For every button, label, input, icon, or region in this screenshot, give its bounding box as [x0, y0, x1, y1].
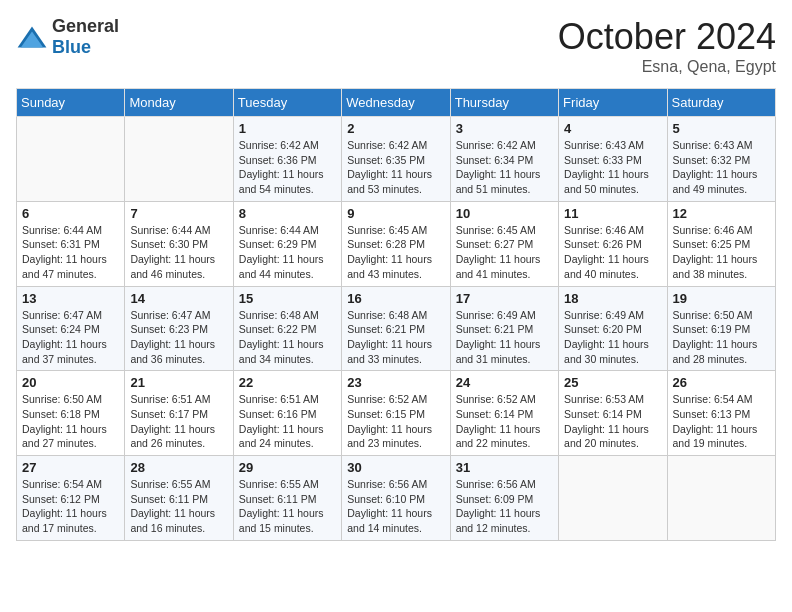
table-row: 23Sunrise: 6:52 AMSunset: 6:15 PMDayligh… — [342, 371, 450, 456]
day-number: 1 — [239, 121, 336, 136]
table-row: 19Sunrise: 6:50 AMSunset: 6:19 PMDayligh… — [667, 286, 775, 371]
day-info: Sunrise: 6:42 AMSunset: 6:36 PMDaylight:… — [239, 138, 336, 197]
sunrise-text: Sunrise: 6:47 AM — [130, 309, 210, 321]
table-row: 17Sunrise: 6:49 AMSunset: 6:21 PMDayligh… — [450, 286, 558, 371]
sunrise-text: Sunrise: 6:44 AM — [22, 224, 102, 236]
calendar-week-1: 1Sunrise: 6:42 AMSunset: 6:36 PMDaylight… — [17, 117, 776, 202]
table-row: 16Sunrise: 6:48 AMSunset: 6:21 PMDayligh… — [342, 286, 450, 371]
daylight-text: Daylight: 11 hours and 26 minutes. — [130, 423, 215, 450]
table-row — [559, 456, 667, 541]
sunset-text: Sunset: 6:34 PM — [456, 154, 534, 166]
sunrise-text: Sunrise: 6:46 AM — [564, 224, 644, 236]
day-info: Sunrise: 6:42 AMSunset: 6:35 PMDaylight:… — [347, 138, 444, 197]
day-info: Sunrise: 6:51 AMSunset: 6:16 PMDaylight:… — [239, 392, 336, 451]
calendar-week-3: 13Sunrise: 6:47 AMSunset: 6:24 PMDayligh… — [17, 286, 776, 371]
day-info: Sunrise: 6:45 AMSunset: 6:27 PMDaylight:… — [456, 223, 553, 282]
sunrise-text: Sunrise: 6:42 AM — [456, 139, 536, 151]
sunset-text: Sunset: 6:14 PM — [564, 408, 642, 420]
sunrise-text: Sunrise: 6:44 AM — [239, 224, 319, 236]
table-row — [17, 117, 125, 202]
col-saturday: Saturday — [667, 89, 775, 117]
sunrise-text: Sunrise: 6:47 AM — [22, 309, 102, 321]
day-info: Sunrise: 6:52 AMSunset: 6:14 PMDaylight:… — [456, 392, 553, 451]
sunset-text: Sunset: 6:19 PM — [673, 323, 751, 335]
table-row: 8Sunrise: 6:44 AMSunset: 6:29 PMDaylight… — [233, 201, 341, 286]
sunset-text: Sunset: 6:21 PM — [456, 323, 534, 335]
day-number: 20 — [22, 375, 119, 390]
sunset-text: Sunset: 6:16 PM — [239, 408, 317, 420]
sunset-text: Sunset: 6:11 PM — [130, 493, 208, 505]
day-info: Sunrise: 6:54 AMSunset: 6:13 PMDaylight:… — [673, 392, 770, 451]
table-row: 1Sunrise: 6:42 AMSunset: 6:36 PMDaylight… — [233, 117, 341, 202]
sunset-text: Sunset: 6:10 PM — [347, 493, 425, 505]
day-info: Sunrise: 6:52 AMSunset: 6:15 PMDaylight:… — [347, 392, 444, 451]
sunrise-text: Sunrise: 6:52 AM — [456, 393, 536, 405]
calendar-week-2: 6Sunrise: 6:44 AMSunset: 6:31 PMDaylight… — [17, 201, 776, 286]
day-number: 15 — [239, 291, 336, 306]
daylight-text: Daylight: 11 hours and 28 minutes. — [673, 338, 758, 365]
sunset-text: Sunset: 6:30 PM — [130, 238, 208, 250]
table-row: 4Sunrise: 6:43 AMSunset: 6:33 PMDaylight… — [559, 117, 667, 202]
daylight-text: Daylight: 11 hours and 14 minutes. — [347, 507, 432, 534]
daylight-text: Daylight: 11 hours and 23 minutes. — [347, 423, 432, 450]
day-number: 23 — [347, 375, 444, 390]
day-info: Sunrise: 6:55 AMSunset: 6:11 PMDaylight:… — [239, 477, 336, 536]
logo-icon — [16, 25, 48, 49]
col-thursday: Thursday — [450, 89, 558, 117]
table-row — [125, 117, 233, 202]
sunset-text: Sunset: 6:33 PM — [564, 154, 642, 166]
calendar-header-row: Sunday Monday Tuesday Wednesday Thursday… — [17, 89, 776, 117]
daylight-text: Daylight: 11 hours and 19 minutes. — [673, 423, 758, 450]
sunset-text: Sunset: 6:15 PM — [347, 408, 425, 420]
day-number: 21 — [130, 375, 227, 390]
sunrise-text: Sunrise: 6:42 AM — [347, 139, 427, 151]
daylight-text: Daylight: 11 hours and 22 minutes. — [456, 423, 541, 450]
sunset-text: Sunset: 6:12 PM — [22, 493, 100, 505]
day-info: Sunrise: 6:43 AMSunset: 6:32 PMDaylight:… — [673, 138, 770, 197]
day-info: Sunrise: 6:50 AMSunset: 6:19 PMDaylight:… — [673, 308, 770, 367]
daylight-text: Daylight: 11 hours and 41 minutes. — [456, 253, 541, 280]
daylight-text: Daylight: 11 hours and 33 minutes. — [347, 338, 432, 365]
sunset-text: Sunset: 6:20 PM — [564, 323, 642, 335]
logo-blue: Blue — [52, 37, 91, 57]
daylight-text: Daylight: 11 hours and 50 minutes. — [564, 168, 649, 195]
sunrise-text: Sunrise: 6:45 AM — [347, 224, 427, 236]
sunrise-text: Sunrise: 6:48 AM — [347, 309, 427, 321]
day-info: Sunrise: 6:50 AMSunset: 6:18 PMDaylight:… — [22, 392, 119, 451]
table-row: 31Sunrise: 6:56 AMSunset: 6:09 PMDayligh… — [450, 456, 558, 541]
day-info: Sunrise: 6:47 AMSunset: 6:24 PMDaylight:… — [22, 308, 119, 367]
sunset-text: Sunset: 6:14 PM — [456, 408, 534, 420]
day-info: Sunrise: 6:44 AMSunset: 6:30 PMDaylight:… — [130, 223, 227, 282]
col-friday: Friday — [559, 89, 667, 117]
table-row: 7Sunrise: 6:44 AMSunset: 6:30 PMDaylight… — [125, 201, 233, 286]
table-row: 25Sunrise: 6:53 AMSunset: 6:14 PMDayligh… — [559, 371, 667, 456]
day-number: 10 — [456, 206, 553, 221]
sunset-text: Sunset: 6:36 PM — [239, 154, 317, 166]
logo-general: General — [52, 16, 119, 36]
sunset-text: Sunset: 6:11 PM — [239, 493, 317, 505]
day-number: 31 — [456, 460, 553, 475]
logo-text: General Blue — [52, 16, 119, 58]
day-info: Sunrise: 6:51 AMSunset: 6:17 PMDaylight:… — [130, 392, 227, 451]
day-number: 19 — [673, 291, 770, 306]
table-row: 26Sunrise: 6:54 AMSunset: 6:13 PMDayligh… — [667, 371, 775, 456]
day-info: Sunrise: 6:49 AMSunset: 6:21 PMDaylight:… — [456, 308, 553, 367]
daylight-text: Daylight: 11 hours and 38 minutes. — [673, 253, 758, 280]
daylight-text: Daylight: 11 hours and 53 minutes. — [347, 168, 432, 195]
day-info: Sunrise: 6:53 AMSunset: 6:14 PMDaylight:… — [564, 392, 661, 451]
sunrise-text: Sunrise: 6:43 AM — [673, 139, 753, 151]
sunset-text: Sunset: 6:27 PM — [456, 238, 534, 250]
sunset-text: Sunset: 6:35 PM — [347, 154, 425, 166]
sunrise-text: Sunrise: 6:49 AM — [564, 309, 644, 321]
day-number: 29 — [239, 460, 336, 475]
day-number: 28 — [130, 460, 227, 475]
page-header: General Blue October 2024 Esna, Qena, Eg… — [16, 16, 776, 76]
daylight-text: Daylight: 11 hours and 36 minutes. — [130, 338, 215, 365]
sunrise-text: Sunrise: 6:46 AM — [673, 224, 753, 236]
day-info: Sunrise: 6:44 AMSunset: 6:29 PMDaylight:… — [239, 223, 336, 282]
day-number: 4 — [564, 121, 661, 136]
day-number: 9 — [347, 206, 444, 221]
sunrise-text: Sunrise: 6:56 AM — [456, 478, 536, 490]
table-row: 24Sunrise: 6:52 AMSunset: 6:14 PMDayligh… — [450, 371, 558, 456]
table-row: 2Sunrise: 6:42 AMSunset: 6:35 PMDaylight… — [342, 117, 450, 202]
